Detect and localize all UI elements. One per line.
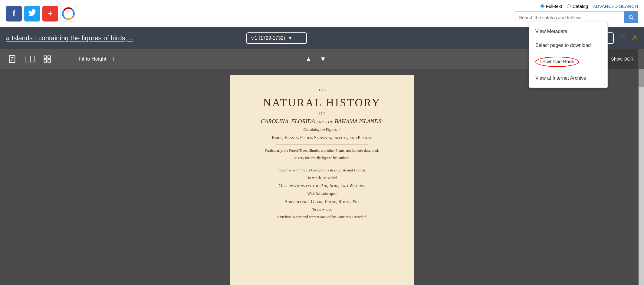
show-ocr-line1: Show OCR — [611, 56, 634, 61]
social-icons: f + — [6, 6, 76, 22]
main-content: THE NATURAL HISTORY OF CAROLINA, FLORIDA… — [0, 69, 644, 285]
page-display: THE NATURAL HISTORY OF CAROLINA, FLORIDA… — [0, 69, 644, 285]
toolbar-divider-1 — [60, 54, 60, 65]
download-dropdown-menu: View Metadata Select pages to download D… — [529, 22, 608, 88]
nav-arrows: ▲ ▼ — [302, 54, 329, 64]
grid-button[interactable] — [41, 53, 53, 65]
book-line-14: To the whole, — [312, 207, 332, 212]
catalog-radio[interactable]: Catalog — [567, 4, 588, 9]
two-pages-button[interactable] — [23, 53, 36, 65]
download-book-label: Download Book — [535, 57, 579, 67]
book-line-6: Birds, Beasts, Fishes, Serpents, Insects… — [272, 134, 373, 141]
book-line-5: Containing the Figures of — [304, 127, 341, 132]
advanced-search-link[interactable]: ADVANCED SEARCH — [593, 4, 638, 9]
book-divider-2 — [276, 164, 368, 164]
prev-page-button[interactable]: ▲ — [302, 54, 315, 64]
svg-rect-6 — [44, 56, 47, 58]
search-icon — [628, 14, 634, 20]
book-line-13: Agriculture, Grain, Pulse, Roots, &c. — [284, 198, 360, 206]
addthis-icon[interactable]: + — [42, 6, 58, 22]
grid-icon — [43, 55, 51, 63]
book-divider-1 — [276, 144, 368, 144]
fit-to-height-label[interactable]: Fit to Height — [79, 56, 107, 62]
book-line-3: OF — [319, 111, 325, 116]
svg-rect-8 — [44, 60, 47, 62]
book-line-11: Observations on the Air, Soil, and Water… — [278, 183, 365, 189]
zoom-out-button[interactable]: − — [67, 55, 76, 64]
search-options: Full-text Catalog ADVANCED SEARCH — [540, 4, 638, 9]
search-input[interactable] — [515, 11, 624, 23]
two-pages-icon — [25, 55, 34, 63]
scroll-thumb[interactable] — [639, 69, 644, 87]
book-line-10: To which, are added — [307, 175, 337, 181]
scroll-track[interactable] — [639, 69, 644, 285]
svg-rect-4 — [25, 56, 29, 62]
page-icon — [8, 55, 16, 63]
book-line-2: NATURAL HISTORY — [263, 96, 381, 109]
twitter-icon[interactable] — [24, 6, 40, 22]
zoom-in-button[interactable]: + — [110, 55, 118, 64]
volume-arrow-icon: ▼ — [288, 36, 292, 41]
search-button[interactable] — [624, 11, 638, 23]
fulltext-radio[interactable]: Full-text — [540, 4, 562, 9]
volume-selector[interactable]: v.1 (1729-1732) ▼ — [246, 32, 307, 44]
fit-height-area: − Fit to Height + — [67, 55, 118, 64]
hamburger-icon[interactable]: ☷ — [620, 34, 626, 42]
book-line-7: Particularly, the Forest-Trees, Shrubs, … — [265, 148, 379, 153]
search-box-container — [515, 11, 638, 23]
book-title[interactable]: a Islands : containing the figures of bi… — [6, 34, 240, 42]
facebook-icon[interactable]: f — [6, 6, 22, 22]
show-ocr-button[interactable]: Show OCR — [606, 49, 638, 69]
book-line-8: or very incorrectly figured by Authors. — [294, 155, 350, 161]
svg-rect-5 — [30, 56, 34, 62]
svg-rect-9 — [48, 60, 50, 62]
next-page-button[interactable]: ▼ — [317, 54, 329, 64]
select-pages-item[interactable]: Select pages to download — [529, 38, 607, 52]
download-book-item[interactable]: Download Book — [529, 52, 607, 71]
svg-rect-7 — [48, 56, 50, 58]
page-icon-button[interactable] — [6, 53, 18, 65]
book-line-15: Is Prefixed a new and correct Map of the… — [277, 214, 368, 220]
search-area: Full-text Catalog ADVANCED SEARCH — [515, 4, 638, 23]
book-line-9: Together with their Descriptions in Engl… — [278, 167, 366, 174]
warning-icon[interactable]: ⚠ — [632, 34, 638, 42]
book-line-12: With Remarks upon — [307, 191, 337, 196]
view-archive-item[interactable]: View at Internet Archive — [529, 71, 607, 85]
book-line-4: CAROLINA, FLORIDA and the BAHAMA ISLANDS… — [261, 118, 383, 125]
opera-icon[interactable] — [61, 6, 76, 22]
book-page: THE NATURAL HISTORY OF CAROLINA, FLORIDA… — [230, 75, 414, 285]
book-line-1: THE — [318, 87, 326, 93]
view-metadata-item[interactable]: View Metadata — [529, 25, 607, 38]
